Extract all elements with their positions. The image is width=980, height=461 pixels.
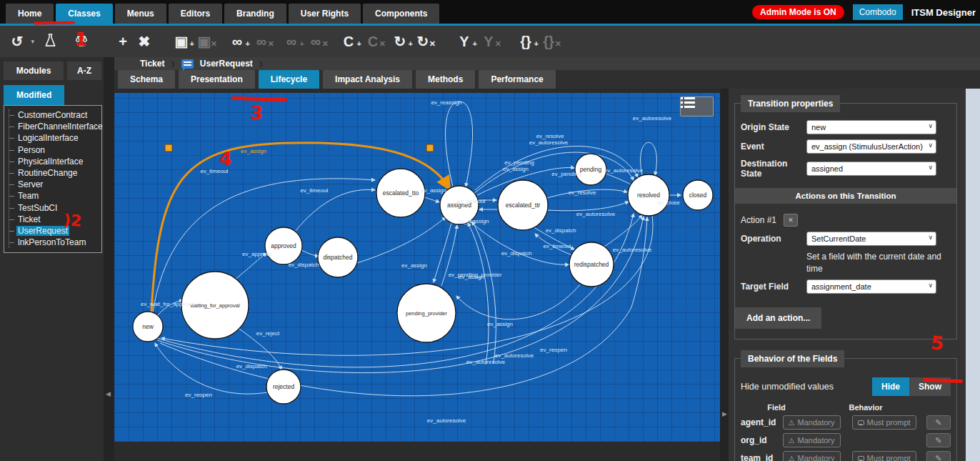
origin-state-select[interactable]: new	[806, 120, 936, 134]
target-field-select[interactable]: assignment_date	[806, 279, 936, 294]
event-label: Event	[741, 142, 806, 152]
sidebar-item-fiberchannelinterface[interactable]: FiberChannelInterface	[9, 121, 101, 132]
sidebar-item-routinechange[interactable]: RoutineChange	[9, 167, 101, 179]
add-lifecycle-icon[interactable]: Y+	[456, 34, 473, 49]
undo-icon[interactable]: ↺▾	[9, 34, 26, 49]
add-state-icon[interactable]: C+	[340, 34, 357, 49]
nav-tab-editors[interactable]: Editors	[169, 4, 222, 24]
transition-label: ev_autoresolve	[427, 417, 466, 424]
edit-field-behavior-button[interactable]: ✎	[926, 451, 951, 461]
undo-dropdown-caret: ▾	[31, 34, 34, 49]
add-transition-icon[interactable]: ↻+	[391, 34, 409, 49]
add-class-icon[interactable]: +	[114, 34, 131, 49]
add-external-key-icon[interactable]: ∞+	[283, 34, 300, 49]
transition-label: ev_assign	[487, 321, 513, 327]
top-nav: HomeClassesMenusEditorsBrandingUser Righ…	[0, 0, 980, 24]
transition-label: ev_reopen	[540, 347, 567, 353]
annotation-step-5: 5	[930, 332, 944, 354]
edge-handle[interactable]	[426, 144, 434, 152]
transition-label: ev_pending	[551, 171, 581, 177]
add-preset-icon[interactable]: {}+	[517, 34, 534, 49]
add-action-button[interactable]: Add an action...	[735, 307, 821, 329]
delete-field-icon[interactable]: ▣✕	[196, 34, 213, 49]
add-field-icon[interactable]: ▣+	[173, 34, 190, 49]
lifecycle-diagram[interactable]: newwaiting_for_approvalapproveddispatche…	[114, 93, 720, 442]
state-label: dispatched	[323, 254, 352, 261]
transition-label: ev_dispatch	[289, 262, 319, 268]
sidebar-item-person[interactable]: Person	[9, 144, 101, 156]
tab-performance[interactable]: Performance	[479, 70, 555, 89]
sidebar-item-ticket[interactable]: Ticket	[9, 214, 101, 225]
sidebar-item-lnkpersontoteam[interactable]: lnkPersonToTeam	[9, 237, 101, 248]
nav-tab-user-rights[interactable]: User Rights	[289, 4, 361, 24]
sidebar-item-customercontract[interactable]: CustomerContract	[9, 109, 101, 121]
delete-external-key-icon[interactable]: ∞✕	[307, 34, 324, 49]
delete-preset-icon[interactable]: {}✕	[540, 34, 557, 49]
collapse-right-icon[interactable]: ▶	[722, 410, 727, 417]
transition-label: ev_approve	[242, 251, 272, 257]
transition-properties-group: Transition properties Origin State new E…	[734, 103, 957, 339]
delete-link-icon[interactable]: ∞✕	[253, 34, 270, 49]
sidebar-item-team[interactable]: Team	[9, 190, 101, 202]
destination-state-label: Destination State	[741, 159, 806, 179]
delete-class-icon[interactable]: ✖	[136, 34, 153, 49]
transition-label: ev_dispatch	[546, 227, 576, 234]
sidebar-splitter[interactable]: ◀	[104, 57, 114, 461]
panel-scrollbar[interactable]	[966, 89, 980, 461]
experiment-flask-icon[interactable]	[41, 33, 59, 51]
nav-tab-branding[interactable]: Branding	[224, 4, 286, 24]
remove-action-button[interactable]: ✕	[784, 214, 798, 227]
transition-label: ev_autoresolve	[633, 115, 672, 122]
sidebar-tab-a-z[interactable]: A-Z	[67, 61, 101, 80]
warning-icon: ⚠	[789, 437, 795, 445]
collapse-left-icon[interactable]: ◀	[106, 390, 111, 397]
edge-handle[interactable]	[165, 144, 172, 152]
chevron-right-icon: ›	[259, 54, 263, 72]
state-label: new	[142, 323, 154, 330]
hide-button[interactable]: Hide	[872, 377, 909, 396]
transition-label: ev_reject	[256, 330, 280, 337]
sidebar-tab-modules[interactable]: Modules	[4, 61, 64, 80]
sidebar-filter-modified[interactable]: Modified	[4, 85, 64, 105]
prompt-bubble-icon	[858, 420, 864, 425]
sidebar-item-userrequest[interactable]: UserRequest	[9, 225, 101, 237]
add-link-icon[interactable]: ∞+	[229, 34, 246, 49]
operation-select[interactable]: SetCurrentDate	[806, 232, 936, 246]
tab-lifecycle[interactable]: Lifecycle	[259, 70, 319, 89]
delete-transition-icon[interactable]: ↻✕	[414, 34, 431, 49]
annotation-step-4: 4	[219, 147, 233, 169]
event-select[interactable]: ev_assign (StimulusUserAction)	[806, 139, 936, 154]
delete-lifecycle-icon[interactable]: Y✕	[480, 34, 497, 49]
sidebar-item-logicalinterface[interactable]: LogicalInterface	[9, 132, 101, 144]
transition-label: ev_dispatch	[236, 363, 267, 370]
nav-right: Admin Mode is ON Combodo ITSM Designer	[752, 4, 976, 20]
transition-label: ev_close	[657, 199, 680, 206]
lifecycle-canvas[interactable]: newwaiting_for_approvalapproveddispatche…	[114, 93, 720, 442]
sidebar-item-server[interactable]: Server	[9, 179, 101, 190]
tab-methods[interactable]: Methods	[416, 70, 475, 89]
sidebar-item-physicalinterface[interactable]: PhysicalInterface	[9, 156, 101, 167]
diagram-list-view-button[interactable]	[680, 96, 714, 117]
state-label: pending	[580, 166, 602, 173]
mandatory-badge[interactable]: ⚠Mandatory	[783, 415, 841, 430]
transition-label: ev_reassign	[431, 99, 461, 106]
edit-field-behavior-button[interactable]: ✎	[926, 433, 951, 447]
delete-state-icon[interactable]: C✕	[364, 34, 381, 49]
must-prompt-badge[interactable]: Must prompt	[852, 451, 916, 461]
breadcrumb-ticket[interactable]: Ticket	[140, 59, 164, 69]
must-prompt-badge[interactable]: Must prompt	[852, 415, 916, 430]
tab-presentation[interactable]: Presentation	[179, 70, 255, 89]
breadcrumb-userrequest[interactable]: UserRequest	[200, 59, 253, 69]
nav-tab-home[interactable]: Home	[6, 4, 54, 24]
mandatory-badge[interactable]: ⚠Mandatory	[783, 433, 841, 447]
tab-impact-analysis[interactable]: Impact Analysis	[323, 70, 412, 89]
edit-field-behavior-button[interactable]: ✎	[926, 415, 951, 430]
operation-description: Set a field with the current date and ti…	[806, 251, 946, 275]
nav-tab-menus[interactable]: Menus	[115, 4, 166, 24]
sidebar-item-testsubci[interactable]: TestSubCI	[9, 202, 101, 214]
panel-splitter[interactable]: ▶	[720, 89, 729, 461]
destination-state-select[interactable]: assigned	[806, 162, 936, 176]
nav-tab-components[interactable]: Components	[363, 4, 439, 24]
tab-schema[interactable]: Schema	[118, 70, 175, 89]
mandatory-badge[interactable]: ⚠Mandatory	[783, 451, 841, 461]
